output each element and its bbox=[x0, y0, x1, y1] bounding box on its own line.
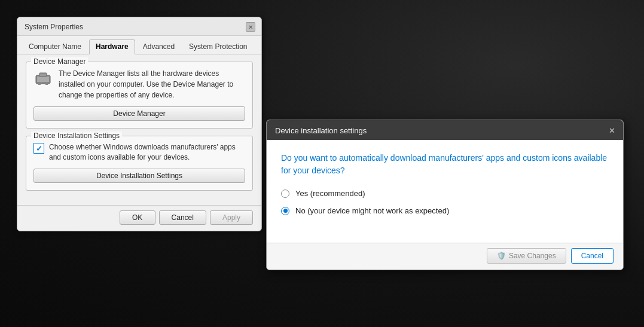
radio-no-dot bbox=[283, 209, 288, 213]
dialog-question: Do you want to automatically download ma… bbox=[281, 152, 609, 177]
device-manager-icon bbox=[33, 69, 53, 88]
tabs-bar: Computer Name Hardware Advanced System P… bbox=[17, 36, 261, 54]
dialog-titlebar: Device installation settings ✕ bbox=[267, 120, 623, 140]
radio-no-circle bbox=[281, 207, 289, 215]
tab-remote[interactable]: Remote bbox=[255, 39, 262, 54]
device-installation-dialog: Device installation settings ✕ Do you wa… bbox=[266, 120, 624, 270]
checkbox-checkmark: ✓ bbox=[36, 144, 42, 153]
tab-hardware[interactable]: Hardware bbox=[89, 39, 135, 54]
radio-yes-label: Yes (recommended) bbox=[295, 189, 365, 198]
svg-rect-3 bbox=[45, 82, 48, 85]
device-manager-button[interactable]: Device Manager bbox=[33, 106, 245, 121]
save-icon: 🛡️ bbox=[497, 252, 506, 260]
device-manager-inner: The Device Manager lists all the hardwar… bbox=[33, 68, 245, 100]
svg-rect-4 bbox=[39, 73, 47, 77]
checkbox-row: ✓ Choose whether Windows downloads manuf… bbox=[33, 142, 245, 163]
dialog-title: Device installation settings bbox=[275, 126, 367, 135]
window-content: Device Manager The Device Manager lists … bbox=[17, 54, 261, 205]
radio-no-label: No (your device might not work as expect… bbox=[295, 206, 449, 215]
dialog-content: Do you want to automatically download ma… bbox=[267, 140, 623, 233]
apply-button[interactable]: Apply bbox=[210, 210, 253, 225]
system-properties-window: System Properties ✕ Computer Name Hardwa… bbox=[17, 17, 262, 231]
dialog-footer: 🛡️ Save Changes Cancel bbox=[267, 243, 623, 270]
device-installation-settings-button[interactable]: Device Installation Settings bbox=[33, 169, 245, 183]
window-close-button[interactable]: ✕ bbox=[246, 22, 255, 32]
svg-rect-2 bbox=[38, 82, 41, 85]
radio-yes-circle bbox=[281, 190, 289, 198]
device-installation-label: Device Installation Settings bbox=[31, 132, 122, 140]
device-installation-group: Device Installation Settings ✓ Choose wh… bbox=[26, 136, 253, 191]
device-manager-description: The Device Manager lists all the hardwar… bbox=[59, 68, 245, 100]
device-manager-group: Device Manager The Device Manager lists … bbox=[26, 62, 253, 129]
dialog-close-button[interactable]: ✕ bbox=[606, 125, 617, 136]
window-footer: OK Cancel Apply bbox=[17, 205, 261, 231]
save-changes-label: Save Changes bbox=[509, 252, 556, 260]
radio-no-option[interactable]: No (your device might not work as expect… bbox=[281, 206, 609, 215]
tab-system-protection[interactable]: System Protection bbox=[182, 39, 254, 54]
tab-computer-name[interactable]: Computer Name bbox=[22, 39, 88, 54]
window-title: System Properties bbox=[25, 23, 83, 31]
checkbox-label: Choose whether Windows downloads manufac… bbox=[49, 142, 245, 163]
dialog-cancel-button[interactable]: Cancel bbox=[571, 248, 614, 264]
device-manager-label: Device Manager bbox=[31, 57, 88, 66]
svg-rect-1 bbox=[37, 77, 49, 82]
titlebar: System Properties ✕ bbox=[17, 17, 261, 36]
save-changes-button[interactable]: 🛡️ Save Changes bbox=[487, 248, 566, 264]
radio-yes-option[interactable]: Yes (recommended) bbox=[281, 189, 609, 198]
device-installation-checkbox[interactable]: ✓ bbox=[33, 143, 44, 154]
ok-button[interactable]: OK bbox=[120, 210, 155, 225]
tab-advanced[interactable]: Advanced bbox=[136, 39, 181, 54]
cancel-button[interactable]: Cancel bbox=[159, 210, 206, 225]
